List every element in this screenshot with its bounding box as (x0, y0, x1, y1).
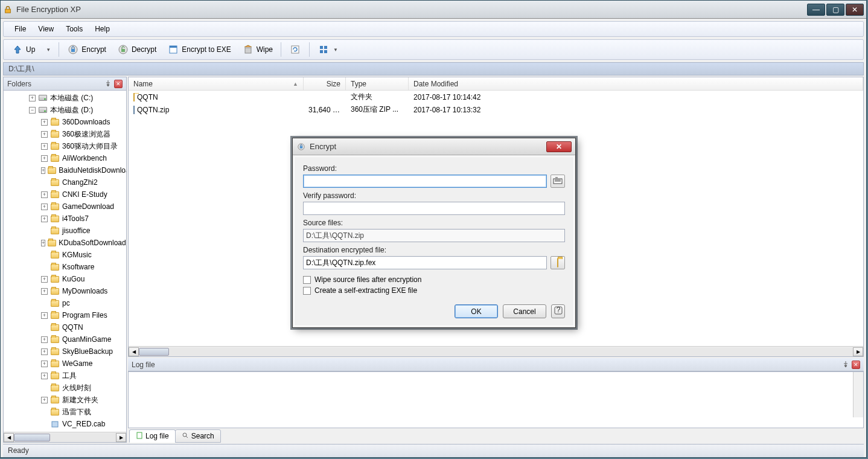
expand-icon[interactable]: + (41, 276, 48, 283)
filelist-hscrollbar[interactable]: ◀ ▶ (129, 346, 863, 356)
file-row[interactable]: QQTN文件夹2017-08-17 10:14:42 (129, 91, 863, 103)
menu-tools[interactable]: Tools (60, 23, 89, 35)
help-button[interactable]: ? (551, 304, 565, 318)
log-vscrollbar[interactable] (853, 372, 863, 417)
maximize-button[interactable]: ▢ (826, 4, 844, 16)
tree-node-folder[interactable]: +KuGou (5, 273, 125, 285)
ok-button[interactable]: OK (455, 304, 498, 318)
dialog-titlebar[interactable]: Encrypt ✕ (293, 138, 575, 155)
tab-log-file[interactable]: Log file (129, 429, 176, 443)
tree-node-folder[interactable]: +WeGame (5, 358, 125, 370)
tree-node-file[interactable]: VC_RED.cab (5, 418, 125, 430)
tree-node-folder[interactable]: +QuanMinGame (5, 333, 125, 345)
tree-node-folder[interactable]: +i4Tools7 (5, 213, 125, 225)
tree-node-folder[interactable]: jisuoffice (5, 225, 125, 237)
expand-icon[interactable]: + (29, 95, 36, 101)
browse-button[interactable] (550, 256, 565, 269)
pin-icon[interactable] (842, 361, 850, 369)
close-button[interactable]: ✕ (846, 4, 864, 16)
encrypt-exe-button[interactable]: Encrypt to EXE (163, 41, 235, 58)
tree-node-folder[interactable]: pc (5, 297, 125, 309)
tree-node-folder[interactable]: +AliWorkbench (5, 152, 125, 164)
expand-icon[interactable]: + (41, 397, 48, 403)
scroll-right-icon[interactable]: ▶ (116, 433, 126, 442)
tree-node-folder[interactable]: ChangZhi2 (5, 176, 125, 188)
expand-icon[interactable]: + (41, 361, 48, 367)
expand-icon[interactable]: + (41, 155, 48, 162)
scroll-thumb[interactable] (14, 434, 50, 441)
tree-node-folder[interactable]: +新建文件夹 (5, 394, 125, 406)
tree-node-folder[interactable]: 迅雷下载 (5, 406, 125, 418)
expand-icon[interactable]: + (41, 312, 48, 319)
expand-icon[interactable]: + (41, 240, 45, 246)
col-size[interactable]: Size (304, 77, 346, 90)
wipe-checkbox-row[interactable]: Wipe source files after encryption (303, 275, 565, 284)
tree-node-folder[interactable]: +360极速浏览器 (5, 128, 125, 140)
tree-node-folder[interactable]: +MyDownloads (5, 285, 125, 297)
tree-node-folder[interactable]: +CNKI E-Study (5, 188, 125, 201)
col-type[interactable]: Type (346, 77, 409, 90)
tree-node-drive-c[interactable]: + 本地磁盘 (C:) (5, 92, 125, 104)
tree-node-drive-d[interactable]: − 本地磁盘 (D:) (5, 104, 125, 116)
cancel-button[interactable]: Cancel (503, 304, 546, 318)
expand-icon[interactable]: + (41, 348, 48, 355)
encrypt-button[interactable]: Encrypt (63, 41, 110, 58)
tree-node-folder[interactable]: KGMusic (5, 249, 125, 261)
tree-node-folder[interactable]: +BaiduNetdiskDownload (5, 164, 125, 176)
expand-icon[interactable]: + (41, 191, 48, 198)
menu-view[interactable]: View (32, 23, 60, 35)
collapse-icon[interactable]: − (29, 107, 36, 114)
scroll-left-icon[interactable]: ◀ (129, 347, 139, 356)
tree-node-folder[interactable]: +GameDownload (5, 201, 125, 213)
dialog-close-button[interactable]: ✕ (546, 141, 572, 152)
up-button[interactable]: Up (7, 41, 39, 58)
expand-icon[interactable]: + (41, 216, 48, 222)
password-input[interactable] (303, 175, 547, 188)
tool-button-1[interactable] (285, 41, 305, 58)
panel-close-button[interactable]: ✕ (114, 80, 123, 88)
tab-search[interactable]: Search (175, 429, 221, 443)
view-button[interactable]: ▼ (313, 41, 342, 58)
scroll-track[interactable] (139, 347, 853, 356)
folder-tree[interactable]: + 本地磁盘 (C:) − 本地磁盘 (D:) +360Downloads+36… (4, 91, 126, 432)
address-bar[interactable]: D:\工具\ (3, 62, 864, 75)
scroll-thumb[interactable] (139, 348, 169, 356)
decrypt-button[interactable]: Decrypt (113, 41, 161, 58)
menu-file[interactable]: File (8, 23, 32, 35)
tree-node-folder[interactable]: +Program Files (5, 309, 125, 321)
destination-input[interactable] (303, 256, 547, 269)
tree-node-folder[interactable]: +360Downloads (5, 116, 125, 128)
expand-icon[interactable]: + (41, 373, 48, 379)
tree-node-folder[interactable]: 火线时刻 (5, 382, 125, 394)
menu-help[interactable]: Help (89, 23, 116, 35)
wipe-button[interactable]: Wipe (238, 41, 277, 58)
wipe-checkbox[interactable] (303, 276, 311, 284)
col-date[interactable]: Date Modified (409, 77, 863, 90)
scroll-right-icon[interactable]: ▶ (853, 347, 863, 356)
tree-node-folder[interactable]: +360驱动大师目录 (5, 140, 125, 152)
tree-node-folder[interactable]: Ksoftware (5, 261, 125, 273)
tree-hscrollbar[interactable]: ◀ ▶ (4, 432, 126, 442)
verify-password-input[interactable] (303, 202, 565, 215)
source-files-input[interactable] (303, 229, 565, 242)
expand-icon[interactable]: + (41, 143, 48, 150)
expand-icon[interactable]: + (41, 204, 48, 210)
scroll-left-icon[interactable]: ◀ (4, 433, 14, 442)
tree-node-folder[interactable]: QQTN (5, 321, 125, 333)
expand-icon[interactable]: + (41, 119, 48, 126)
pin-icon[interactable] (104, 80, 113, 88)
expand-icon[interactable]: + (41, 167, 45, 174)
tree-node-folder[interactable]: +KDubaSoftDownload (5, 237, 125, 249)
tree-node-folder[interactable]: +工具 (5, 370, 125, 382)
sfx-checkbox-row[interactable]: Create a self-extracting EXE file (303, 286, 565, 295)
file-row[interactable]: QQTN.zip31,640 KB360压缩 ZIP ...2017-08-17… (129, 103, 863, 116)
tree-node-folder[interactable]: +SkyBlueBackup (5, 345, 125, 358)
log-body[interactable] (128, 371, 864, 428)
panel-close-button[interactable]: ✕ (852, 361, 860, 369)
keyboard-button[interactable] (550, 175, 565, 188)
expand-icon[interactable]: + (41, 288, 48, 295)
minimize-button[interactable]: — (807, 4, 825, 16)
sfx-checkbox[interactable] (303, 287, 311, 295)
expand-icon[interactable]: + (41, 131, 48, 138)
expand-icon[interactable]: + (41, 336, 48, 343)
